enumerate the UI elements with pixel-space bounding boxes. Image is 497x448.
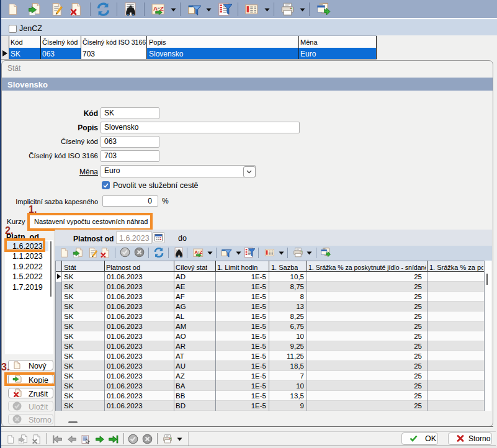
- svg-text:Z: Z: [200, 249, 203, 255]
- svg-text:Z: Z: [160, 5, 164, 12]
- svg-text:A: A: [194, 249, 198, 255]
- svg-text:A: A: [153, 5, 158, 12]
